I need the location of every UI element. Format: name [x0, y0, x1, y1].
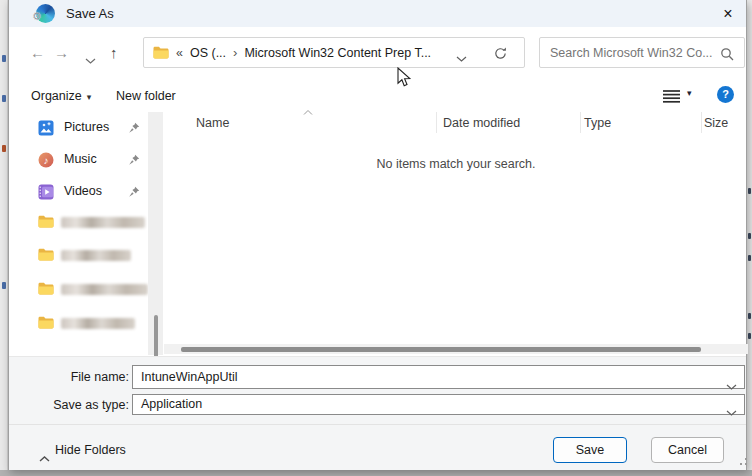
- search-input[interactable]: Search Microsoft Win32 Co...: [539, 37, 745, 68]
- search-icon: [720, 47, 734, 64]
- search-placeholder: Search Microsoft Win32 Co...: [550, 46, 713, 60]
- title-bar: ⚙ Save As ×: [9, 0, 746, 27]
- breadcrumb-item-drive[interactable]: OS (...: [190, 46, 226, 60]
- footer-divider: [9, 424, 746, 425]
- breadcrumb-overflow[interactable]: «: [176, 46, 183, 60]
- chevron-down-icon: [726, 403, 737, 422]
- empty-list-message: No items match your search.: [164, 157, 748, 171]
- breadcrumb-item-folder[interactable]: Microsoft Win32 Content Prep T...: [244, 46, 431, 60]
- breadcrumb-separator: ›: [233, 45, 237, 60]
- resize-grip[interactable]: [736, 454, 748, 466]
- chevron-down-icon: [456, 56, 467, 62]
- column-header-name[interactable]: Name: [196, 116, 229, 130]
- save-as-type-select[interactable]: Application: [132, 394, 745, 415]
- chevron-up-icon: [39, 456, 50, 462]
- hide-folders-label[interactable]: Hide Folders: [55, 443, 126, 457]
- new-folder-button[interactable]: New folder: [116, 88, 176, 105]
- caret-down-icon: ▾: [87, 92, 92, 102]
- app-icon: ⚙: [36, 4, 55, 23]
- window-title: Save As: [66, 0, 114, 27]
- folder-icon: [38, 248, 54, 261]
- save-button[interactable]: Save: [553, 437, 627, 463]
- sidebar-item-music[interactable]: ♪ Music: [9, 151, 148, 169]
- sidebar-item-folder[interactable]: [9, 280, 148, 298]
- chevron-down-icon: [85, 58, 96, 64]
- view-mode-caret[interactable]: ▾: [687, 88, 692, 98]
- recent-locations-button[interactable]: [85, 50, 96, 68]
- videos-icon: [38, 184, 54, 200]
- screen-background: ⚙ Save As × ← → ↑ « OS (... › Microsoft …: [0, 0, 752, 476]
- address-bar[interactable]: « OS (... › Microsoft Win32 Content Prep…: [143, 37, 525, 68]
- forward-button[interactable]: →: [54, 43, 69, 63]
- column-separator: [580, 112, 581, 133]
- cancel-button[interactable]: Cancel: [651, 437, 724, 463]
- background-window-edge-bottom: [0, 470, 752, 476]
- save-as-dialog: ⚙ Save As × ← → ↑ « OS (... › Microsoft …: [8, 0, 747, 470]
- refresh-button[interactable]: [493, 46, 508, 64]
- folder-icon: [38, 316, 54, 329]
- svg-text:♪: ♪: [44, 155, 49, 166]
- address-dropdown-button[interactable]: [456, 51, 467, 65]
- view-mode-button[interactable]: [663, 89, 680, 107]
- back-button[interactable]: ←: [30, 43, 45, 63]
- folder-icon: [38, 215, 54, 228]
- column-header-type[interactable]: Type: [584, 116, 611, 130]
- list-horizontal-scrollbar[interactable]: [164, 344, 748, 354]
- pictures-icon: [38, 120, 54, 136]
- sidebar-item-folder[interactable]: [9, 246, 148, 264]
- sidebar-item-folder[interactable]: [9, 213, 148, 231]
- music-icon: ♪: [38, 152, 54, 168]
- sidebar-item-videos[interactable]: Videos: [9, 183, 148, 201]
- up-button[interactable]: ↑: [110, 43, 118, 63]
- background-window-edge-left: [0, 0, 8, 476]
- sidebar-item-label: Music: [64, 152, 97, 166]
- background-window-edge-right: [747, 0, 752, 476]
- column-header-date-modified[interactable]: Date modified: [443, 116, 520, 130]
- save-as-type-label: Save as type:: [29, 398, 129, 412]
- sidebar-scrollbar[interactable]: [148, 112, 163, 355]
- sidebar-item-label: Pictures: [64, 120, 109, 134]
- redacted-folder-label: [61, 250, 131, 261]
- organize-label: Organize: [31, 89, 82, 103]
- mouse-cursor: [397, 67, 412, 89]
- close-button[interactable]: ×: [712, 1, 744, 26]
- hide-folders-button[interactable]: [39, 448, 50, 466]
- folder-icon: [38, 282, 54, 295]
- pin-icon: [128, 122, 140, 134]
- sidebar-item-pictures[interactable]: Pictures: [9, 119, 148, 137]
- refresh-icon: [493, 46, 508, 61]
- redacted-folder-label: [61, 318, 135, 329]
- column-separator: [701, 112, 702, 133]
- column-header-size[interactable]: Size: [704, 116, 728, 130]
- gear-icon: ⚙: [32, 10, 42, 23]
- file-name-input[interactable]: IntuneWinAppUtil: [132, 365, 745, 389]
- save-as-type-value: Application: [141, 397, 202, 411]
- help-button[interactable]: ?: [717, 86, 734, 103]
- file-name-label: File name:: [29, 370, 129, 384]
- sidebar-item-label: Videos: [64, 184, 102, 198]
- organize-button[interactable]: Organize▾: [31, 88, 91, 105]
- column-separator: [436, 112, 437, 133]
- folder-icon: [153, 46, 169, 59]
- redacted-folder-label: [61, 284, 148, 295]
- list-horizontal-scrollbar-thumb[interactable]: [181, 347, 701, 352]
- pin-icon: [128, 154, 140, 166]
- redacted-folder-label: [61, 217, 145, 228]
- pin-icon: [128, 186, 140, 198]
- sidebar-item-folder[interactable]: [9, 314, 148, 332]
- details-view-icon: [663, 89, 680, 103]
- file-name-value: IntuneWinAppUtil: [141, 370, 238, 384]
- sort-ascending-icon: [303, 110, 313, 115]
